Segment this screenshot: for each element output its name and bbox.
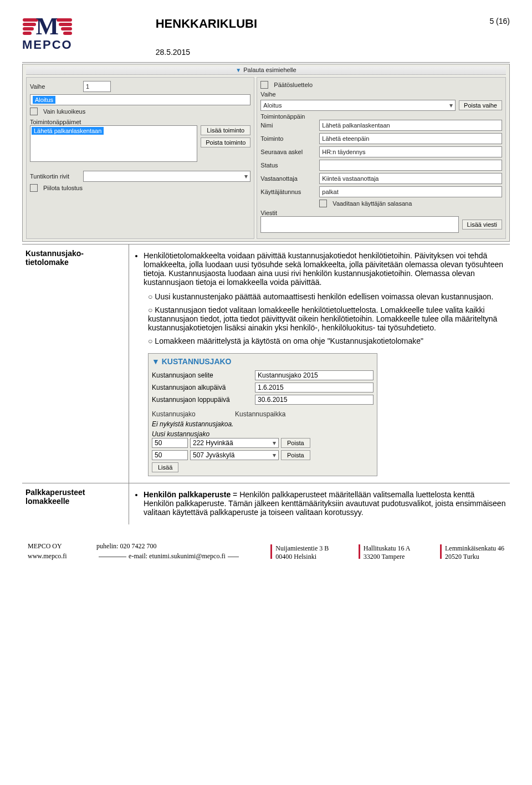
section1-sub2: Kustannusjaon tiedot valitaan lomakkeell… [148,305,507,332]
th1: Kustannusjako [152,410,235,418]
section1-sub1: Uusi kustannustenjako päättää automaatti… [148,292,507,301]
startdate-label: Kustannusjaon alkupäivä [152,384,252,391]
phase-input[interactable]: 1 [83,81,111,92]
require-password-checkbox[interactable] [319,200,327,207]
action-key-r-label: Toimintonäppäin [260,113,502,120]
section1-title: Kustannusjako-tietolomake [22,244,129,483]
section1-sub3: Lomakkeen määrittelystä ja käytöstä on o… [148,337,507,345]
timecard-rows-select[interactable] [83,171,250,182]
next-step-label: Seuraava askel [260,149,316,155]
enddate-input[interactable]: 30.6.2015 [255,395,374,405]
doc-date: 28.5.2015 [156,48,490,57]
section1-bullet: Henkilötietolomakkeelta voidaan päivittä… [144,251,507,287]
name-label: Nimi [260,122,316,129]
add-message-button[interactable]: Lisää viesti [462,220,502,230]
footer-addr3a: Lemminkäisenkatu 46 [445,544,504,553]
startdate-input[interactable]: 1.6.2015 [255,383,374,392]
action-input[interactable]: Lähetä eteenpäin [319,133,502,144]
timecard-rows-label: Tuntikortin rivit [30,173,80,180]
add-row-button[interactable]: Lisää [152,462,178,472]
return-to-supervisor-link[interactable]: Palauta esimiehelle [243,67,296,73]
phase-name-input[interactable]: Aloitus [30,94,250,105]
action-label: Toiminto [260,135,316,142]
action-keys-label: Toimintonäppäimet [30,119,250,125]
doc-title: HENKKARIKLUBI [156,17,490,31]
username-input[interactable]: palkat [319,186,502,197]
readonly-label: Vain lukuoikeus [43,108,85,115]
row2-place-select[interactable]: 507 Jyväskylä [190,450,279,460]
screenshot-workflow: Palauta esimiehelle Vaihe1 Aloitus Vain … [22,64,510,242]
footer-addr3b: 20520 Turku [445,553,504,561]
page-number: 5 (16) [489,17,510,26]
footer-addr1a: Nuijamiestentie 3 B [275,544,329,553]
footer-addr2a: Hallituskatu 16 A [364,544,411,553]
require-password-label: Vaaditaan käyttäjän salasana [332,200,412,207]
footer-company: MEPCO OY [28,541,67,551]
next-step-input[interactable]: HR:n täydennys [319,146,502,157]
footer-email: e-mail: etunimi.sukunimi@mepco.fi [129,552,226,560]
action-list[interactable]: Lähetä palkanlaskentaan [30,125,197,162]
logo: M MEPCO [22,17,73,52]
remove-action-button[interactable]: Poista toiminto [201,137,250,147]
footer-phone: puhelin: 020 7422 700 [96,541,241,551]
phase-label: Vaihe [30,83,80,90]
footer: MEPCO OY www.mepco.fi puhelin: 020 7422 … [22,541,510,561]
add-action-button[interactable]: Lisää toiminto [201,125,250,135]
messages-label: Viestit [260,210,502,216]
readonly-checkbox[interactable] [30,108,38,115]
screenshot-cost-allocation: KUSTANNUSJAKO Kustannusjaon seliteKustan… [148,353,377,476]
recipient-label: Vastaanottaja [260,175,316,182]
username-label: Käyttäjätunnus [260,188,316,195]
row1-pct[interactable]: 50 [152,438,188,448]
section2-bullet: Henkilön palkkaperuste = Henkilön palkka… [144,490,507,517]
recipient-input[interactable]: Kiinteä vastaanottaja [319,173,502,184]
row1-place-select[interactable]: 222 Hyvinkää [190,438,279,448]
status-label: Status [260,162,316,169]
enddate-label: Kustannusjaon loppupäivä [152,396,252,404]
footer-addr1b: 00400 Helsinki [275,553,329,561]
selite-label: Kustannusjaon selite [152,371,252,379]
logo-text: MEPCO [22,38,73,52]
row2-pct[interactable]: 50 [152,450,188,460]
no-current-note: Ei nykyistä kustannusjakoa. [152,420,374,428]
phase-r-select[interactable]: Aloitus [260,100,456,111]
row1-remove-button[interactable]: Poista [281,438,310,448]
remove-phase-button[interactable]: Poista vaihe [459,100,502,110]
hide-print-label: Piilota tulostus [43,185,83,191]
messages-area[interactable] [260,216,458,233]
selite-input[interactable]: Kustannusjako 2015 [255,370,374,380]
row2-remove-button[interactable]: Poista [281,450,310,460]
footer-site: www.mepco.fi [28,551,67,561]
logo-m: M [36,17,59,37]
decision-list-checkbox[interactable] [260,81,268,89]
new-alloc-label: Uusi kustannusjako [152,430,374,438]
phase-r-label: Vaihe [260,91,316,98]
footer-addr2b: 33200 Tampere [364,553,411,561]
section2-title: Palkkaperusteet lomakkeelle [22,483,129,525]
decision-list-label: Päätösluettelo [274,81,313,88]
th2: Kustannuspaikka [235,410,318,418]
ss2-title: KUSTANNUSJAKO [152,357,374,366]
hide-print-checkbox[interactable] [30,184,38,192]
status-input[interactable] [319,160,502,171]
name-input[interactable]: Lähetä palkanlaskentaan [319,120,502,131]
